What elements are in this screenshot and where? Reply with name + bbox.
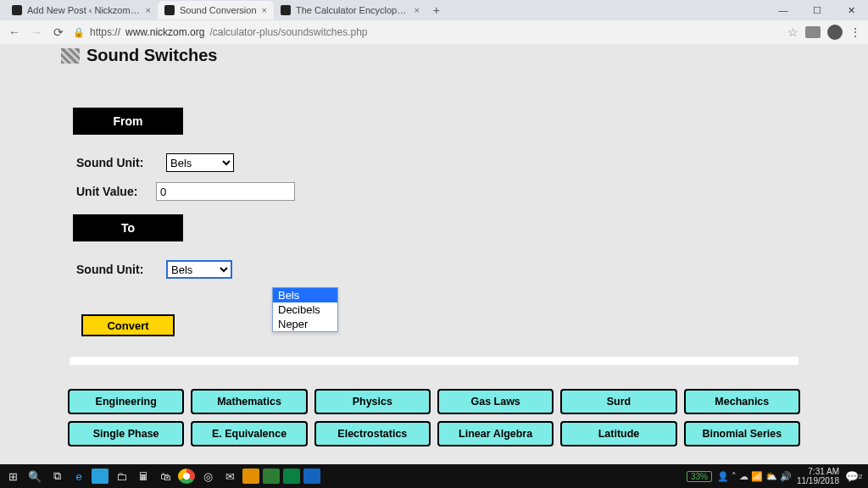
favicon-icon: [12, 5, 22, 15]
cat-surd[interactable]: Surd: [560, 389, 676, 414]
taskbar-app-6[interactable]: [303, 469, 320, 484]
minimize-button[interactable]: —: [766, 0, 800, 20]
cat-gas-laws[interactable]: Gas Laws: [437, 389, 554, 414]
cat-e-equivalence[interactable]: E. Equivalence: [191, 421, 307, 446]
profile-avatar-icon[interactable]: [827, 25, 843, 40]
cat-electrostatics[interactable]: Electrostatics: [314, 421, 431, 446]
category-row-2: Single Phase E. Equivalence Electrostati…: [61, 421, 807, 446]
to-sound-unit-select[interactable]: Bels: [166, 260, 232, 279]
url-host: www.nickzom.org: [125, 26, 204, 38]
calculator-icon[interactable]: 🖩: [134, 468, 153, 485]
dropdown-option-decibels[interactable]: Decibels: [273, 302, 337, 317]
mail-icon[interactable]: ✉: [220, 468, 239, 485]
clock-date: 11/19/2018: [797, 476, 839, 485]
url-scheme: https://: [90, 26, 120, 38]
to-sound-unit-dropdown[interactable]: Bels Decibels Neper: [272, 287, 338, 332]
tray-volume-icon[interactable]: 🔊: [780, 471, 792, 482]
to-sound-unit-label: Sound Unit:: [76, 263, 153, 276]
cat-latitude[interactable]: Latitude: [560, 421, 676, 446]
address-bar: ← → ⟳ 🔒 https://www.nickzom.org/calculat…: [0, 20, 868, 44]
dropdown-option-neper[interactable]: Neper: [273, 317, 337, 331]
close-icon[interactable]: ×: [415, 5, 420, 15]
cat-linear-algebra[interactable]: Linear Algebra: [437, 421, 554, 446]
notifications-icon[interactable]: 💬2: [844, 468, 863, 485]
tab-label: Add New Post ‹ Nickzom Blog —: [27, 5, 141, 15]
cat-physics[interactable]: Physics: [314, 389, 431, 414]
battery-indicator[interactable]: 33%: [687, 471, 712, 482]
unit-value-label: Unit Value:: [76, 185, 142, 198]
forward-button[interactable]: →: [29, 25, 44, 39]
edge-icon[interactable]: e: [70, 468, 88, 485]
url-path: /calculator-plus/soundswitches.php: [209, 26, 367, 38]
dropdown-option-bels[interactable]: Bels: [273, 288, 337, 302]
tray-cloud-icon[interactable]: ⛅: [765, 471, 777, 482]
from-section-header: From: [73, 108, 183, 135]
logo-icon: [61, 48, 80, 64]
taskbar-app-4[interactable]: [263, 469, 280, 484]
unit-value-input[interactable]: [156, 182, 295, 201]
favicon-icon: [281, 5, 291, 15]
chrome-icon[interactable]: [178, 469, 195, 484]
cat-mechanics[interactable]: Mechanics: [684, 389, 800, 414]
lock-icon: 🔒: [73, 27, 85, 38]
back-button[interactable]: ←: [7, 25, 22, 39]
task-view-icon[interactable]: ⧉: [47, 468, 66, 485]
window-controls: — ☐ ✕: [766, 0, 868, 20]
from-sound-unit-label: Sound Unit:: [76, 156, 153, 169]
tray-onedrive-icon[interactable]: ☁: [739, 471, 748, 482]
taskbar-app-1[interactable]: [92, 469, 108, 484]
to-section-header: To: [73, 214, 183, 241]
taskbar-app-5[interactable]: [283, 469, 300, 484]
start-button[interactable]: ⊞: [3, 468, 22, 485]
tab-2[interactable]: Sound Conversion ×: [158, 1, 274, 19]
page-header: Sound Switches: [61, 44, 807, 65]
reload-button[interactable]: ⟳: [51, 25, 66, 39]
tab-label: The Calculator Encyclopedia Con: [296, 5, 409, 15]
tray-up-icon[interactable]: ˄: [732, 471, 737, 482]
new-tab-button[interactable]: +: [426, 3, 447, 17]
cat-mathematics[interactable]: Mathematics: [191, 389, 307, 414]
taskbar-clock[interactable]: 7:31 AM 11/19/2018: [797, 467, 839, 485]
url-field[interactable]: 🔒 https://www.nickzom.org/calculator-plu…: [73, 26, 781, 38]
taskbar-app-2[interactable]: ◎: [198, 468, 217, 485]
tab-1[interactable]: Add New Post ‹ Nickzom Blog — ×: [5, 1, 158, 19]
tab-strip: Add New Post ‹ Nickzom Blog — × Sound Co…: [0, 0, 868, 20]
store-icon[interactable]: 🛍: [156, 468, 175, 485]
page-title: Sound Switches: [86, 46, 217, 65]
cat-engineering[interactable]: Engineering: [68, 389, 184, 414]
category-row-1: Engineering Mathematics Physics Gas Laws…: [61, 389, 807, 414]
windows-taskbar: ⊞ 🔍 ⧉ e 🗀 🖩 🛍 ◎ ✉ 33% 👤 ˄ ☁ 📶 ⛅ 🔊 7:31 A…: [0, 464, 868, 488]
system-tray[interactable]: 👤 ˄ ☁ 📶 ⛅ 🔊: [717, 471, 792, 482]
close-window-button[interactable]: ✕: [834, 0, 868, 20]
tray-people-icon[interactable]: 👤: [717, 471, 729, 482]
favicon-icon: [164, 5, 175, 15]
tray-wifi-icon[interactable]: 📶: [751, 471, 763, 482]
page-viewport: Sound Switches From Sound Unit: Bels Uni…: [0, 44, 868, 464]
close-icon[interactable]: ×: [146, 5, 151, 15]
cat-binomial-series[interactable]: Binomial Series: [684, 421, 800, 446]
taskbar-app-3[interactable]: [242, 469, 259, 484]
tab-label: Sound Conversion: [180, 5, 257, 15]
cat-single-phase[interactable]: Single Phase: [68, 421, 184, 446]
browser-chrome: Add New Post ‹ Nickzom Blog — × Sound Co…: [0, 0, 868, 44]
divider: [70, 357, 798, 365]
menu-icon[interactable]: ⋮: [849, 25, 861, 39]
search-icon[interactable]: 🔍: [25, 468, 44, 485]
file-explorer-icon[interactable]: 🗀: [112, 468, 131, 485]
maximize-button[interactable]: ☐: [800, 0, 834, 20]
bookmark-star-icon[interactable]: ☆: [787, 25, 798, 39]
tab-3[interactable]: The Calculator Encyclopedia Con ×: [274, 1, 426, 19]
from-sound-unit-select[interactable]: Bels: [166, 153, 234, 172]
close-icon[interactable]: ×: [262, 5, 267, 15]
convert-button[interactable]: Convert: [81, 314, 175, 336]
clock-time: 7:31 AM: [797, 467, 839, 476]
extension-icon[interactable]: [805, 26, 821, 38]
